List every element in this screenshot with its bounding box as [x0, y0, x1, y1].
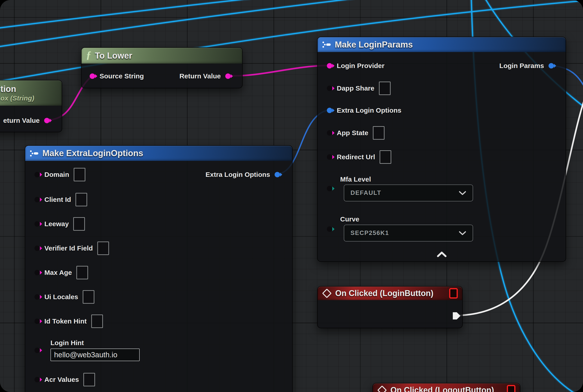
make-struct-icon	[322, 41, 331, 48]
pin-row: Verifier Id Field	[34, 242, 109, 255]
dapp-share-checkbox[interactable]	[379, 82, 390, 95]
pin-row: Acr Values	[34, 373, 95, 386]
pin-row: App State	[327, 126, 384, 140]
make-struct-icon	[30, 150, 39, 157]
node-partial-function-header[interactable]: tion ox (String)	[0, 80, 62, 106]
node-title: Make LoginParams	[335, 40, 413, 50]
max-age-pin[interactable]	[34, 270, 40, 275]
pin-row	[34, 344, 40, 357]
ui-locales-checkbox[interactable]	[83, 290, 94, 304]
dapp-share-pin[interactable]	[327, 86, 332, 91]
mfa-level-pin[interactable]	[327, 186, 332, 191]
domain-pin[interactable]	[34, 172, 40, 177]
delegate-pin[interactable]	[449, 288, 458, 298]
curve-pin[interactable]	[327, 226, 332, 232]
login-hint-input[interactable]	[50, 348, 140, 361]
pin-row: Login Params	[500, 59, 554, 72]
event-diamond-icon	[377, 386, 387, 392]
pin-row: Dapp Share	[327, 82, 390, 95]
node-title: On Clicked (LogoutButton)	[390, 386, 494, 392]
client-id-checkbox[interactable]	[76, 193, 87, 206]
pin-row: Id Token Hint	[34, 314, 103, 328]
curve-dropdown[interactable]: SECP256K1	[344, 224, 473, 242]
node-partial-function[interactable]: tion ox (String) eturn Value	[0, 80, 62, 132]
extra-login-options-pin[interactable]	[327, 108, 332, 113]
blueprint-graph-canvas[interactable]: tion ox (String) eturn Value ƒ To Lower …	[0, 0, 583, 392]
pin-row: Extra Login Options	[327, 104, 402, 117]
login-hint-pin[interactable]	[34, 348, 40, 353]
wire-highlight-1	[0, 0, 262, 28]
event-diamond-icon	[322, 288, 332, 298]
leeway-pin[interactable]	[34, 221, 40, 227]
verifier-id-field-checkbox[interactable]	[97, 242, 109, 255]
chevron-down-icon	[459, 231, 466, 236]
domain-checkbox[interactable]	[74, 168, 86, 181]
return-value-pin[interactable]	[225, 74, 231, 79]
node-title: On Clicked (LoginButton)	[335, 288, 434, 298]
app-state-pin[interactable]	[327, 130, 332, 136]
function-icon: ƒ	[86, 50, 91, 60]
pin-row: Login Provider	[327, 59, 384, 72]
pin-row: Leeway	[34, 217, 85, 231]
pin-row: Extra Login Options	[206, 168, 280, 181]
client-id-pin[interactable]	[34, 197, 40, 202]
pin-row: Max Age	[34, 266, 88, 279]
verifier-id-field-pin[interactable]	[34, 246, 40, 251]
login-provider-pin[interactable]	[327, 63, 332, 68]
node-to-lower-header[interactable]: ƒ To Lower	[82, 48, 242, 64]
wire-highlight-2	[0, 0, 365, 47]
id-token-hint-checkbox[interactable]	[91, 314, 103, 328]
pin-row: Source String	[90, 70, 144, 83]
pin-row	[327, 182, 332, 195]
node-melo-header[interactable]: Make ExtraLoginOptions	[25, 146, 292, 161]
extra-login-options-out-pin[interactable]	[274, 172, 280, 177]
exec-output-pin[interactable]	[453, 312, 460, 320]
node-mlp-header[interactable]: Make LoginParams	[318, 37, 566, 52]
pin-row: eturn Value	[3, 114, 50, 127]
node-make-extra-login-options[interactable]: Make ExtraLoginOptions Domain Extra Logi…	[25, 145, 293, 392]
node-title: tion	[0, 84, 16, 94]
redirect-url-checkbox[interactable]	[380, 150, 391, 164]
pin-row: Ui Locales	[34, 290, 94, 304]
pin-row: Client Id	[34, 193, 87, 206]
chevron-down-icon	[459, 191, 466, 195]
max-age-checkbox[interactable]	[76, 266, 88, 279]
node-make-login-params[interactable]: Make LoginParams Login Provider Login Pa…	[317, 37, 566, 262]
node-on-clicked-loginbutton[interactable]: On Clicked (LoginButton)	[317, 286, 463, 328]
node-to-lower[interactable]: ƒ To Lower Source String Return Value	[81, 47, 242, 88]
pin-row	[327, 222, 332, 236]
node-on-clicked-logoutbutton[interactable]: On Clicked (LogoutButton)	[372, 383, 520, 392]
curve-label: Curve	[340, 215, 359, 223]
node-onclicked-logout-header[interactable]: On Clicked (LogoutButton)	[373, 384, 520, 392]
node-subtitle: ox (String)	[0, 94, 34, 102]
ui-locales-pin[interactable]	[34, 294, 40, 300]
node-title: To Lower	[95, 51, 132, 60]
id-token-hint-pin[interactable]	[34, 318, 40, 324]
collapse-node-button[interactable]	[436, 252, 447, 258]
node-title: Make ExtraLoginOptions	[42, 148, 143, 158]
login-hint-label: Login Hint	[50, 339, 84, 347]
delegate-pin[interactable]	[507, 385, 516, 392]
acr-values-pin[interactable]	[34, 377, 40, 382]
leeway-checkbox[interactable]	[73, 217, 85, 231]
chevron-up-icon	[436, 252, 447, 257]
acr-values-checkbox[interactable]	[83, 373, 95, 386]
redirect-url-pin[interactable]	[327, 154, 332, 160]
node-onclicked-login-header[interactable]: On Clicked (LoginButton)	[318, 286, 462, 300]
mfa-level-dropdown[interactable]: DEFAULT	[344, 184, 473, 202]
login-params-out-pin[interactable]	[548, 63, 554, 68]
app-state-checkbox[interactable]	[373, 126, 384, 140]
pin-row: Redirect Url	[327, 150, 391, 164]
pin-row: Return Value	[180, 70, 231, 83]
mfa-level-label: Mfa Level	[340, 176, 371, 183]
pin-row: Domain	[34, 168, 86, 181]
source-string-pin[interactable]	[90, 74, 95, 79]
return-value-pin[interactable]	[44, 118, 50, 123]
